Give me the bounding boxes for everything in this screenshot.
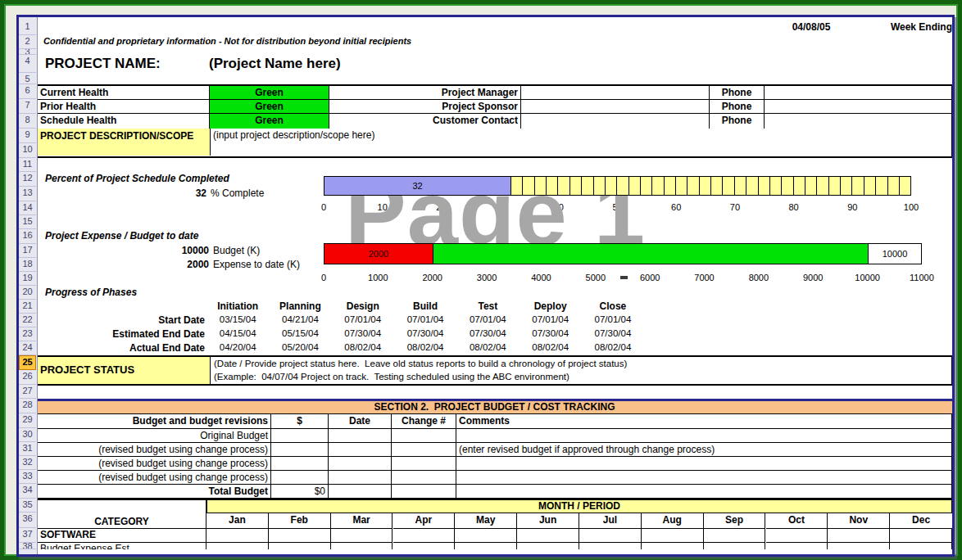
row-header-3[interactable]: 3 — [19, 49, 36, 55]
month-cell[interactable] — [890, 528, 952, 543]
phase-date-cell[interactable]: 04/21/04 — [269, 314, 331, 327]
row-header-4[interactable]: 4 — [19, 55, 36, 73]
row-header-9[interactable]: 9 — [19, 129, 36, 143]
row-header-6[interactable]: 6 — [19, 84, 36, 99]
row-header-25[interactable]: 25 — [19, 355, 36, 370]
row-header-12[interactable]: 12 — [19, 172, 36, 187]
row-header-35[interactable]: 35 — [19, 499, 36, 513]
month-cell[interactable] — [579, 528, 642, 543]
row-header-10[interactable]: 10 — [19, 143, 36, 158]
budget-comments-cell[interactable] — [456, 429, 951, 443]
project-name-value-cell[interactable]: (Project Name here) — [209, 55, 619, 73]
budget-row-label[interactable]: (revised budget using change process) — [38, 457, 271, 471]
budget-amount-cell[interactable] — [271, 443, 329, 457]
month-cell[interactable] — [828, 528, 890, 543]
month-cell[interactable] — [455, 528, 517, 543]
budget-comments-cell[interactable] — [456, 485, 951, 499]
row-header-8[interactable]: 8 — [19, 114, 36, 129]
row-header-31[interactable]: 31 — [19, 442, 36, 456]
row-header-2[interactable]: 2 — [19, 35, 36, 49]
budget-change-cell[interactable] — [392, 429, 456, 443]
row-header-37[interactable]: 37 — [19, 528, 36, 543]
phase-date-cell[interactable]: 07/01/04 — [582, 314, 644, 327]
expense-value-cell[interactable]: 2000 — [37, 258, 209, 272]
row-header-34[interactable]: 34 — [19, 484, 36, 499]
row-header-24[interactable]: 24 — [19, 341, 36, 355]
phase-date-cell[interactable]: 08/02/04 — [332, 341, 394, 355]
project-status-value-cell[interactable]: (Date / Provide project status here. Lea… — [210, 357, 951, 384]
phase-date-cell[interactable]: 07/30/04 — [394, 327, 456, 341]
row-header-20[interactable]: 20 — [19, 286, 36, 300]
phase-date-cell[interactable]: 07/01/04 — [332, 314, 394, 327]
row-header-5[interactable]: 5 — [19, 73, 36, 84]
row-header-13[interactable]: 13 — [19, 187, 36, 201]
budget-row-label[interactable]: Original Budget — [38, 429, 271, 443]
budget-amount-cell[interactable] — [271, 471, 329, 485]
row-header-21[interactable]: 21 — [19, 300, 36, 314]
row-header-23[interactable]: 23 — [19, 327, 36, 341]
phase-date-cell[interactable]: 07/30/04 — [582, 327, 644, 341]
contact-value-cell[interactable] — [521, 100, 710, 114]
month-cell[interactable] — [393, 528, 456, 543]
row-header-26[interactable]: 26 — [19, 370, 36, 385]
budget-amount-cell[interactable] — [271, 457, 329, 471]
phase-date-cell[interactable]: 08/02/04 — [520, 341, 582, 355]
month-cell[interactable] — [331, 528, 393, 543]
row-header-11[interactable]: 11 — [19, 158, 36, 172]
budget-date-cell[interactable] — [329, 429, 392, 443]
budget-row-label[interactable]: (revised budget using change process) — [38, 443, 271, 457]
row-header-14[interactable]: 14 — [19, 201, 36, 215]
row-header-16[interactable]: 16 — [19, 229, 36, 244]
row-header-15[interactable]: 15 — [19, 215, 36, 229]
project-description-value-cell[interactable]: (input project description/scope here) — [210, 129, 951, 156]
row-header-1[interactable]: 1 — [19, 20, 36, 35]
phase-date-cell[interactable]: 04/15/04 — [206, 327, 269, 341]
budget-date-cell[interactable] — [329, 443, 392, 457]
row-header-29[interactable]: 29 — [19, 413, 36, 428]
budget-date-cell[interactable] — [329, 471, 392, 485]
budget-row-label[interactable]: (revised budget using change process) — [38, 471, 271, 485]
health-value-cell[interactable]: Green — [210, 86, 329, 100]
month-cell[interactable] — [206, 528, 269, 543]
budget-comments-cell[interactable] — [456, 457, 951, 471]
row-header-32[interactable]: 32 — [19, 456, 36, 470]
phase-date-cell[interactable]: 05/15/04 — [269, 327, 331, 341]
month-cell[interactable] — [704, 528, 766, 543]
contact-value-cell[interactable] — [521, 114, 710, 129]
budget-amount-cell[interactable]: $0 — [271, 485, 329, 499]
month-cell[interactable] — [269, 528, 331, 543]
budget-date-cell[interactable] — [329, 457, 392, 471]
row-header-19[interactable]: 19 — [19, 272, 36, 286]
row-header-7[interactable]: 7 — [19, 99, 36, 114]
row-header-30[interactable]: 30 — [19, 428, 36, 442]
month-cell[interactable] — [642, 528, 704, 543]
row-header-17[interactable]: 17 — [19, 244, 36, 258]
budget-value-cell[interactable]: 10000 — [37, 244, 209, 258]
phase-date-cell[interactable]: 07/01/04 — [394, 314, 456, 327]
phase-date-cell[interactable]: 07/30/04 — [520, 327, 582, 341]
budget-amount-cell[interactable] — [271, 429, 329, 443]
row-header-27[interactable]: 27 — [19, 385, 36, 399]
row-header-33[interactable]: 33 — [19, 470, 36, 484]
phase-date-cell[interactable]: 04/20/04 — [206, 341, 269, 355]
row-header-36[interactable]: 36 — [19, 513, 36, 528]
budget-change-cell[interactable] — [392, 471, 456, 485]
contact-value-cell[interactable] — [521, 86, 710, 100]
phase-date-cell[interactable]: 08/02/04 — [394, 341, 456, 355]
phone-value-cell[interactable] — [765, 114, 951, 129]
month-cell[interactable] — [766, 528, 828, 543]
phone-value-cell[interactable] — [765, 86, 951, 100]
phase-date-cell[interactable]: 07/01/04 — [456, 314, 519, 327]
month-cell[interactable] — [517, 528, 579, 543]
row-header-22[interactable]: 22 — [19, 314, 36, 327]
health-value-cell[interactable]: Green — [210, 100, 329, 114]
phase-date-cell[interactable]: 07/30/04 — [332, 327, 394, 341]
budget-comments-cell[interactable] — [456, 471, 951, 485]
phase-date-cell[interactable]: 03/15/04 — [206, 314, 269, 327]
phase-date-cell[interactable]: 08/02/04 — [456, 341, 519, 355]
phase-date-cell[interactable]: 07/01/04 — [520, 314, 582, 327]
budget-change-cell[interactable] — [392, 485, 456, 499]
phase-date-cell[interactable]: 08/02/04 — [582, 341, 644, 355]
phase-date-cell[interactable]: 05/20/04 — [269, 341, 331, 355]
budget-comments-cell[interactable]: (enter revised budget if approved throug… — [456, 443, 951, 457]
